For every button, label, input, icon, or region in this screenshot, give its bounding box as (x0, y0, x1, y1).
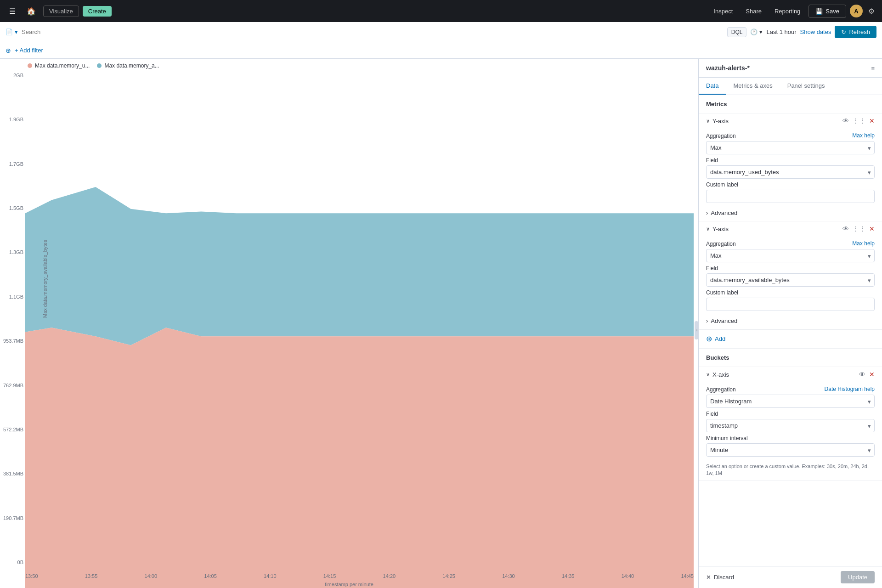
panel-body: Metrics ∨ Y-axis 👁 ⋮⋮ ✕ Aggreg (699, 95, 882, 566)
metric-block-2: ∨ Y-axis 👁 ⋮⋮ ✕ Aggregation Max help (699, 221, 882, 329)
bucket-1-eye-icon[interactable]: 👁 (859, 371, 865, 378)
legend-dot-1 (28, 63, 32, 68)
y-label-1: 1.9GB (0, 117, 23, 122)
filter-bar: ⊕ + Add filter (0, 42, 882, 59)
metric-1-help-link[interactable]: Max help (852, 132, 875, 139)
metric-1-advanced-row[interactable]: › Advanced (699, 207, 882, 221)
y-axis-title: Max data.memory_available_bytes (42, 233, 48, 325)
create-button[interactable]: Create (83, 6, 112, 17)
bucket-1-chevron[interactable]: ∨ (706, 372, 710, 378)
add-metric-row[interactable]: ⊕ Add (699, 329, 882, 348)
settings-icon[interactable]: ⚙ (866, 5, 876, 17)
svg-marker-0 (25, 187, 694, 345)
metric-2-aggregation-select[interactable]: Max Min Avg Sum (706, 249, 875, 262)
metric-2-row: ∨ Y-axis 👁 ⋮⋮ ✕ (699, 221, 882, 236)
panel-header: wazuh-alerts-* ≡ (699, 59, 882, 78)
metric-1-custom-label-label: Custom label (706, 181, 875, 188)
x-label-6: 14:20 (383, 573, 396, 579)
search-input[interactable] (22, 28, 724, 35)
update-button[interactable]: Update (841, 571, 875, 583)
metric-1-aggregation-header: Aggregation Max help (706, 130, 875, 141)
metrics-section-header: Metrics (699, 95, 882, 113)
bucket-1-aggregation-label: Aggregation (706, 386, 736, 393)
metric-1-chevron[interactable]: ∨ (706, 118, 710, 124)
metric-2-eye-icon[interactable]: 👁 (842, 225, 849, 232)
bucket-1-aggregation-select[interactable]: Date Histogram (706, 395, 875, 408)
bucket-1-field-label: Field (706, 411, 875, 417)
metric-1-advanced-label: Advanced (711, 209, 737, 216)
bucket-1-label: X-axis (712, 371, 729, 378)
x-axis-labels: 13:50 13:55 14:00 14:05 14:10 14:15 14:2… (25, 573, 694, 579)
metric-2-field-select[interactable]: data.memory_available_bytes (706, 273, 875, 287)
metric-1-custom-label-input[interactable] (706, 190, 875, 203)
metric-1-actions: 👁 ⋮⋮ ✕ (842, 117, 875, 124)
tab-metrics-axes[interactable]: Metrics & axes (726, 78, 780, 95)
bucket-1-field-select[interactable]: timestamp (706, 419, 875, 432)
chart-area: Max data.memory_u... Max data.memory_a..… (0, 59, 698, 588)
discard-button[interactable]: ✕ Discard (706, 574, 734, 581)
panel-resize-handle[interactable]: ⋮ (695, 321, 698, 339)
metric-2-advanced-chevron: › (706, 317, 708, 324)
time-controls: 🕐 ▾ Last 1 hour Show dates ↻ Refresh (750, 26, 876, 38)
x-label-2: 14:00 (145, 573, 158, 579)
legend-label-2: Max data.memory_a... (104, 62, 159, 69)
y-label-4: 1.3GB (0, 249, 23, 255)
inspect-link[interactable]: Inspect (709, 8, 737, 15)
index-icon: 📄 (6, 28, 13, 35)
metric-1-field-select[interactable]: data.memory_used_bytes (706, 165, 875, 179)
x-label-8: 14:30 (502, 573, 515, 579)
metric-2-left: ∨ Y-axis (706, 226, 729, 232)
metric-2-remove-icon[interactable]: ✕ (869, 225, 875, 232)
bucket-1-help-link[interactable]: Date Histogram help (825, 386, 875, 392)
y-axis-labels: 2GB 1.9GB 1.7GB 1.5GB 1.3GB 1.1GB 953.7M… (0, 73, 25, 565)
metric-2-chevron[interactable]: ∨ (706, 226, 710, 232)
panel-tabs: Data Metrics & axes Panel settings (699, 78, 882, 95)
metric-2-custom-label-input[interactable] (706, 298, 875, 311)
metric-1-aggregation-label: Aggregation (706, 133, 736, 139)
index-selector[interactable]: 📄 ▾ (6, 28, 18, 35)
right-panel: wazuh-alerts-* ≡ Data Metrics & axes Pan… (698, 59, 882, 588)
hamburger-icon[interactable]: ☰ (6, 3, 19, 19)
bucket-1-left: ∨ X-axis (706, 371, 729, 378)
bucket-1-aggregation-header: Aggregation Date Histogram help (706, 384, 875, 395)
x-label-5: 14:15 (323, 573, 336, 579)
y-label-9: 381.5MB (0, 471, 23, 476)
y-label-0: 2GB (0, 73, 23, 78)
tab-panel-settings[interactable]: Panel settings (780, 78, 832, 95)
bucket-block-1: ∨ X-axis 👁 ✕ Aggregation Date Histogram … (699, 367, 882, 481)
refresh-button[interactable]: ↻ Refresh (835, 26, 876, 38)
panel-menu-icon[interactable]: ≡ (871, 65, 875, 72)
save-icon: 💾 (815, 8, 823, 15)
tab-data[interactable]: Data (699, 78, 726, 95)
time-clock-button[interactable]: 🕐 ▾ (750, 28, 763, 35)
refresh-icon: ↻ (841, 28, 846, 35)
y-label-6: 953.7MB (0, 338, 23, 344)
bucket-1-remove-icon[interactable]: ✕ (869, 371, 875, 378)
show-dates-button[interactable]: Show dates (800, 28, 831, 35)
bucket-1-min-interval-select[interactable]: Minute Second Hour Day Week Month (706, 443, 875, 457)
bucket-1-min-interval-label: Minimum interval (706, 435, 875, 441)
bucket-1-row: ∨ X-axis 👁 ✕ (699, 367, 882, 382)
share-link[interactable]: Share (741, 8, 766, 15)
metric-1-remove-icon[interactable]: ✕ (869, 117, 875, 124)
save-button[interactable]: 💾 Save (808, 5, 846, 18)
metric-2-reorder-icon[interactable]: ⋮⋮ (853, 225, 865, 232)
metric-1-field-label: Field (706, 157, 875, 164)
drag-handle-dots: ⋮ (695, 328, 698, 333)
metric-2-help-link[interactable]: Max help (852, 240, 875, 247)
add-filter-button[interactable]: + Add filter (15, 47, 43, 54)
home-icon[interactable]: 🏠 (23, 3, 40, 19)
dql-button[interactable]: DQL (727, 27, 747, 37)
metric-2-field-select-wrapper: data.memory_available_bytes (706, 273, 875, 287)
y-label-2: 1.7GB (0, 161, 23, 167)
metric-2-fields: Aggregation Max help Max Min Avg Sum Fie… (699, 236, 882, 315)
metric-1-reorder-icon[interactable]: ⋮⋮ (853, 117, 865, 124)
metric-2-advanced-row[interactable]: › Advanced (699, 315, 882, 329)
visualize-button[interactable]: Visualize (43, 6, 79, 17)
top-navigation: ☰ 🏠 Visualize Create Inspect Share Repor… (0, 0, 882, 22)
reporting-link[interactable]: Reporting (770, 8, 805, 15)
metric-1-eye-icon[interactable]: 👁 (842, 117, 849, 124)
metric-1-aggregation-select[interactable]: Max Min Avg Sum (706, 141, 875, 154)
avatar[interactable]: A (850, 5, 863, 17)
panel-title: wazuh-alerts-* (706, 64, 750, 72)
